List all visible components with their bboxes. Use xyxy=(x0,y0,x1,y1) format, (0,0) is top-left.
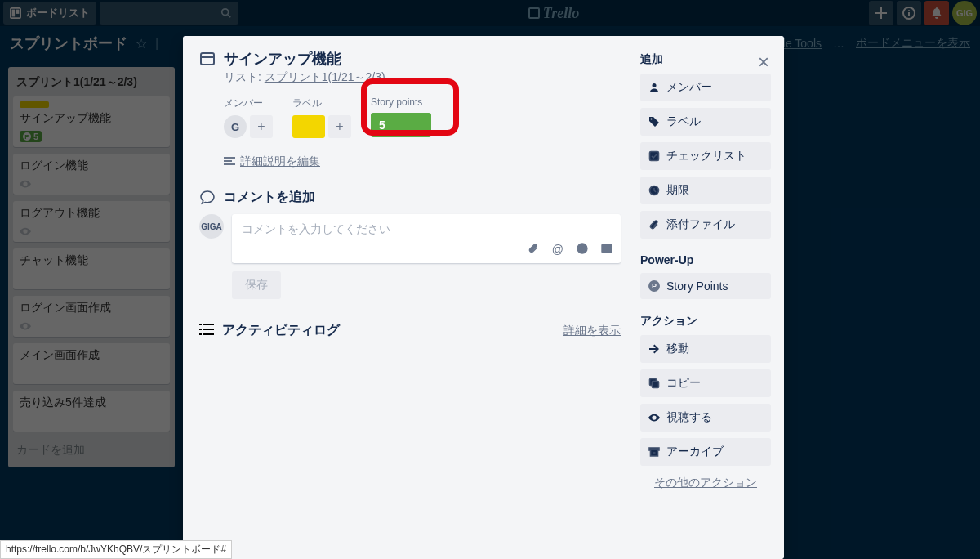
sidebar-members-button[interactable]: メンバー xyxy=(640,74,771,101)
card-icon xyxy=(199,51,216,67)
tag-icon xyxy=(648,116,660,127)
activity-detail-link[interactable]: 詳細を表示 xyxy=(564,324,621,338)
svg-rect-19 xyxy=(203,324,214,325)
sidebar-due-button[interactable]: 期限 xyxy=(640,177,771,204)
align-left-icon xyxy=(224,157,235,167)
comment-icon xyxy=(200,190,215,205)
svg-rect-8 xyxy=(201,53,214,65)
eye-icon xyxy=(648,412,660,423)
copy-icon xyxy=(648,378,660,389)
svg-rect-10 xyxy=(224,157,235,159)
list-link[interactable]: スプリント1(1/21～2/3) xyxy=(265,70,385,83)
sidebar-other-actions-link[interactable]: その他のアクション xyxy=(640,476,771,490)
svg-point-15 xyxy=(583,247,584,248)
user-icon xyxy=(648,82,660,93)
modal-sidebar: 追加 メンバー ラベル チェックリスト 期限 添付ファイル Power-Up P… xyxy=(640,36,784,559)
svg-rect-18 xyxy=(199,324,202,325)
list-link-row: リスト: スプリント1(1/21～2/3) xyxy=(224,70,621,85)
story-points-label: Story points xyxy=(371,96,431,108)
card-detail-modal: × サインアップ機能 リスト: スプリント1(1/21～2/3) メンバー G … xyxy=(183,36,784,559)
svg-rect-28 xyxy=(653,382,659,388)
comment-input[interactable]: コメントを入力してください @ xyxy=(232,214,621,263)
svg-rect-22 xyxy=(199,333,202,335)
emoji-icon[interactable] xyxy=(577,243,588,257)
status-bar: https://trello.com/b/JwYKhQBV/スプリントボード# xyxy=(0,540,232,559)
list-icon xyxy=(199,324,214,335)
svg-point-14 xyxy=(580,247,581,248)
sidebar-checklist-button[interactable]: チェックリスト xyxy=(640,142,771,170)
svg-point-13 xyxy=(577,244,587,253)
close-button[interactable]: × xyxy=(758,51,769,74)
member-avatar[interactable]: G xyxy=(224,115,247,138)
sidebar-subscribe-button[interactable]: 視聴する xyxy=(640,404,771,432)
modal-card-title[interactable]: サインアップ機能 xyxy=(224,49,621,69)
activity-section-title: アクティビティログ xyxy=(222,322,340,339)
add-member-button[interactable]: + xyxy=(250,115,273,138)
svg-rect-12 xyxy=(224,163,235,165)
card-icon-tool[interactable] xyxy=(601,243,612,257)
label-yellow[interactable] xyxy=(292,115,325,138)
sidebar-attachment-button[interactable]: 添付ファイル xyxy=(640,211,771,239)
story-points-value[interactable]: 5 xyxy=(371,113,431,137)
svg-rect-23 xyxy=(203,333,214,335)
points-icon: P xyxy=(648,280,660,292)
labels-label: ラベル xyxy=(292,96,351,110)
sidebar-archive-button[interactable]: アーカイブ xyxy=(640,438,771,466)
attachment-icon[interactable] xyxy=(528,243,539,257)
add-label-button[interactable]: + xyxy=(328,115,351,138)
checklist-icon xyxy=(648,150,660,162)
sidebar-storypoints-button[interactable]: P Story Points xyxy=(640,273,771,299)
clock-icon xyxy=(648,185,660,196)
sidebar-copy-button[interactable]: コピー xyxy=(640,369,771,397)
archive-icon xyxy=(648,446,660,458)
attachment-icon xyxy=(648,219,660,230)
svg-rect-20 xyxy=(199,329,202,330)
svg-point-24 xyxy=(653,83,657,87)
comment-section-title: コメントを追加 xyxy=(224,189,315,206)
svg-rect-16 xyxy=(602,244,612,253)
sidebar-section-powerup: Power-Up xyxy=(640,253,771,266)
svg-rect-21 xyxy=(203,329,214,330)
edit-description-link[interactable]: 詳細説明を編集 xyxy=(224,154,621,169)
sidebar-labels-button[interactable]: ラベル xyxy=(640,108,771,136)
comment-placeholder: コメントを入力してください xyxy=(242,222,611,237)
comment-avatar: GIGA xyxy=(199,214,224,239)
comment-save-button[interactable]: 保存 xyxy=(232,271,281,299)
mention-icon[interactable]: @ xyxy=(552,243,564,257)
sidebar-move-button[interactable]: 移動 xyxy=(640,335,771,363)
sidebar-section-actions: アクション xyxy=(640,314,771,329)
members-label: メンバー xyxy=(224,96,273,110)
sidebar-section-add: 追加 xyxy=(640,52,771,67)
arrow-right-icon xyxy=(648,343,660,355)
svg-rect-11 xyxy=(224,160,232,162)
svg-rect-29 xyxy=(649,448,659,450)
